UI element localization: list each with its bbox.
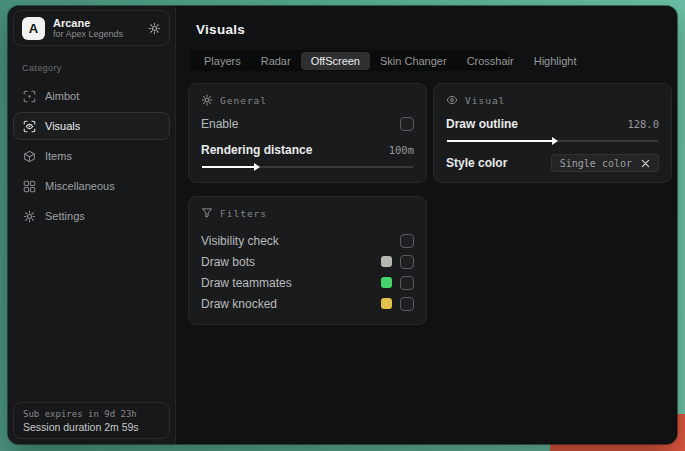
tab-highlight[interactable]: Highlight (524, 52, 587, 70)
sidebar-item-label: Settings (45, 210, 85, 222)
tab-radar[interactable]: Radar (251, 52, 301, 70)
session-duration-text: Session duration 2m 59s (23, 421, 160, 433)
style-color-select[interactable]: Single color (551, 154, 659, 172)
close-icon[interactable] (641, 159, 650, 168)
sidebar-item-settings[interactable]: Settings (13, 202, 170, 230)
visual-panel: Visual Draw outline 128.0 Style (433, 83, 672, 183)
app-name: Arcane (53, 17, 140, 30)
page-title: Visuals (196, 22, 672, 37)
draw-knocked-color-swatch[interactable] (381, 298, 392, 309)
subscription-info-card: Sub expires in 9d 23h Session duration 2… (13, 402, 170, 439)
app-subtitle: for Apex Legends (53, 29, 140, 39)
general-panel-header: General (201, 94, 414, 106)
draw-bots-checkbox[interactable] (400, 255, 414, 269)
eye-scan-icon (23, 120, 36, 133)
visibility-check-label: Visibility check (201, 234, 279, 248)
app-logo-text: Arcane for Apex Legends (53, 17, 140, 40)
slider-thumb[interactable] (254, 163, 260, 171)
main-content: Visuals Players Radar OffScreen Skin Cha… (176, 6, 677, 444)
draw-outline-row: Draw outline 128.0 (446, 117, 659, 131)
style-color-label: Style color (446, 156, 507, 170)
tab-crosshair[interactable]: Crosshair (457, 52, 524, 70)
slider-thumb[interactable] (552, 137, 558, 145)
app-logo-card: A Arcane for Apex Legends (13, 10, 170, 46)
general-panel: General Enable Rendering distance 100m (188, 83, 427, 183)
tab-bar: Players Radar OffScreen Skin Changer Cro… (190, 50, 508, 71)
package-icon (23, 150, 36, 163)
draw-outline-label: Draw outline (446, 117, 518, 131)
rendering-distance-slider[interactable] (202, 166, 413, 168)
grid-icon (23, 180, 36, 193)
tab-skin-changer[interactable]: Skin Changer (370, 52, 457, 70)
draw-knocked-controls (381, 297, 414, 311)
sidebar-item-label: Miscellaneous (45, 180, 115, 192)
style-color-row: Style color Single color (446, 154, 659, 172)
draw-bots-controls (381, 255, 414, 269)
sub-expires-text: Sub expires in 9d 23h (23, 409, 160, 419)
draw-teammates-row: Draw teammates (201, 272, 414, 293)
category-label: Category (22, 63, 170, 73)
app-window: A Arcane for Apex Legends Category (8, 6, 677, 444)
filters-panel: Filters Visibility check Draw bots (188, 196, 427, 325)
general-panel-title: General (220, 95, 267, 106)
draw-bots-color-swatch[interactable] (381, 256, 392, 267)
visual-panel-title: Visual (465, 95, 505, 106)
right-column: Visual Draw outline 128.0 Style (433, 83, 672, 325)
draw-teammates-label: Draw teammates (201, 276, 292, 290)
filters-panel-title: Filters (220, 208, 267, 219)
draw-outline-slider[interactable] (447, 140, 658, 142)
sidebar-nav: Aimbot Visuals (13, 82, 170, 230)
draw-teammates-checkbox[interactable] (400, 276, 414, 290)
draw-bots-row: Draw bots (201, 251, 414, 272)
sidebar-item-label: Items (45, 150, 72, 162)
sidebar-item-items[interactable]: Items (13, 142, 170, 170)
filters-panel-header: Filters (201, 207, 414, 219)
gear-icon (23, 210, 36, 223)
draw-bots-label: Draw bots (201, 255, 255, 269)
visibility-check-checkbox[interactable] (400, 234, 414, 248)
sidebar-item-miscellaneous[interactable]: Miscellaneous (13, 172, 170, 200)
desktop-background: A Arcane for Apex Legends Category (0, 0, 685, 451)
style-color-value: Single color (560, 158, 632, 169)
sidebar-item-label: Visuals (45, 120, 80, 132)
draw-teammates-color-swatch[interactable] (381, 277, 392, 288)
gear-icon[interactable] (148, 22, 161, 35)
slider-fill (202, 166, 255, 168)
sidebar: A Arcane for Apex Legends Category (8, 6, 176, 444)
rendering-distance-row: Rendering distance 100m (201, 143, 414, 157)
enable-row: Enable (201, 117, 414, 131)
funnel-icon (201, 207, 213, 219)
app-logo: A (22, 17, 45, 40)
draw-knocked-row: Draw knocked (201, 293, 414, 314)
visibility-check-row: Visibility check (201, 230, 414, 251)
panel-grid: General Enable Rendering distance 100m (188, 83, 672, 325)
draw-teammates-controls (381, 276, 414, 290)
draw-knocked-checkbox[interactable] (400, 297, 414, 311)
app-logo-letter: A (29, 21, 38, 36)
rendering-distance-label: Rendering distance (201, 143, 312, 157)
slider-fill (447, 140, 553, 142)
draw-outline-value: 128.0 (627, 118, 659, 130)
draw-knocked-label: Draw knocked (201, 297, 277, 311)
enable-label: Enable (201, 117, 238, 131)
left-column: General Enable Rendering distance 100m (188, 83, 427, 325)
rendering-distance-value: 100m (389, 144, 414, 156)
visual-panel-header: Visual (446, 94, 659, 106)
enable-checkbox[interactable] (400, 117, 414, 131)
tab-players[interactable]: Players (194, 52, 251, 70)
sun-icon (201, 94, 213, 106)
sidebar-item-aimbot[interactable]: Aimbot (13, 82, 170, 110)
sidebar-item-visuals[interactable]: Visuals (13, 112, 170, 140)
tab-offscreen[interactable]: OffScreen (301, 52, 370, 70)
eye-icon (446, 94, 458, 106)
sidebar-item-label: Aimbot (45, 90, 79, 102)
crosshair-icon (23, 90, 36, 103)
